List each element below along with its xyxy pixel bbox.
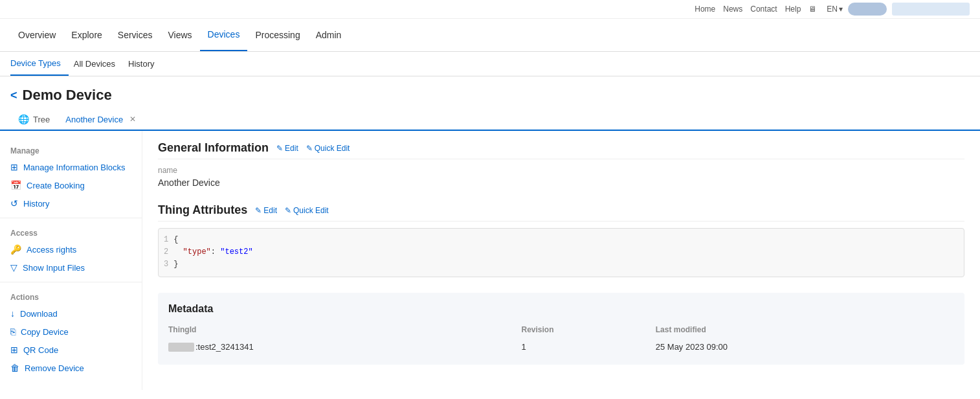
sidebar-manage-info-blocks[interactable]: ⊞ Manage Information Blocks [0,158,142,176]
metadata-title: Metadata [168,303,954,315]
thing-attributes-header: Thing Attributes ✎ Edit ✎ Quick Edit [158,203,964,222]
general-info-title: General Information [158,141,269,155]
sidebar-history-label: History [23,199,49,209]
main-content: General Information ✎ Edit ✎ Quick Edit … [142,131,980,390]
nav-overview[interactable]: Overview [10,19,63,51]
monitor-icon: 🖥 [808,5,816,14]
access-section-title: Access [0,223,142,240]
qr-icon: ⊞ [10,345,18,355]
tab-tree-label: Tree [33,115,50,124]
chevron-down-icon: ▾ [839,5,843,14]
tab-close-icon[interactable]: ✕ [129,115,136,124]
nav-devices[interactable]: Devices [200,19,248,51]
nav-views[interactable]: Views [161,19,200,51]
remove-icon: 🗑 [10,363,19,373]
sidebar-copy-device-label: Copy Device [21,327,69,337]
metadata-table: ThingId Revision Last modified :test2_32… [168,323,954,355]
sidebar-manage-info-label: Manage Information Blocks [23,163,126,172]
input-files-icon: ▽ [10,262,17,273]
general-info-header: General Information ✎ Edit ✎ Quick Edit [158,141,964,159]
contact-link[interactable]: Contact [750,5,777,14]
tab-another-device[interactable]: Another Device ✕ [58,109,144,131]
sidebar-download-label: Download [20,309,58,319]
sub-nav: Device Types All Devices History [0,52,980,76]
sidebar-show-input-files[interactable]: ▽ Show Input Files [0,258,142,277]
page-title-bar: < Demo Device [0,76,980,109]
user-avatar [848,3,887,16]
code-content: { "type": "test2" } [173,234,252,271]
revision-value: 1 [521,339,655,355]
booking-icon: 📅 [10,180,21,190]
metadata-section: Metadata ThingId Revision Last modified … [158,293,964,365]
lang-selector[interactable]: EN ▾ [827,5,843,14]
topbar-links: Home News Contact Help 🖥 [695,5,816,14]
home-link[interactable]: Home [695,5,715,14]
main-layout: Manage ⊞ Manage Information Blocks 📅 Cre… [0,131,980,390]
name-field-label: name [158,166,964,175]
manage-info-icon: ⊞ [10,162,18,172]
metadata-row: :test2_3241341 1 25 May 2023 09:00 [168,339,954,355]
copy-icon: ⎘ [10,326,16,337]
user-info [892,3,970,16]
thing-attributes-edit-link[interactable]: ✎ Edit [255,206,277,215]
tree-icon: 🌐 [18,114,29,124]
main-nav: Overview Explore Services Views Devices … [0,19,980,52]
help-link[interactable]: Help [785,5,801,14]
actions-section-title: Actions [0,288,142,304]
sidebar-remove-device-label: Remove Device [25,363,84,373]
sidebar-show-input-files-label: Show Input Files [23,263,85,273]
thingid-value: :test2_3241341 [168,339,521,355]
thing-attributes-code: 1 2 3 { "type": "test2" } [158,228,964,277]
thing-attributes-section: Thing Attributes ✎ Edit ✎ Quick Edit 1 2… [158,203,964,277]
sidebar-download[interactable]: ↓ Download [0,304,142,323]
sidebar-copy-device[interactable]: ⎘ Copy Device [0,323,142,341]
sidebar-remove-device[interactable]: 🗑 Remove Device [0,359,142,377]
access-rights-icon: 🔑 [10,244,21,255]
thing-quick-edit-icon: ✎ [285,206,291,215]
sidebar-access-rights[interactable]: 🔑 Access rights [0,240,142,258]
line-numbers: 1 2 3 [164,234,168,271]
back-button[interactable]: < [10,89,17,102]
edit-icon: ✎ [276,144,283,153]
nav-processing[interactable]: Processing [247,19,307,51]
topbar-right: EN ▾ [827,3,970,16]
manage-section-title: Manage [0,141,142,158]
thing-edit-icon: ✎ [255,206,262,215]
thingid-column-header: ThingId [168,323,521,339]
tabs-bar: 🌐 Tree Another Device ✕ [0,109,980,131]
sidebar-access-rights-label: Access rights [27,245,76,255]
sidebar-qr-code[interactable]: ⊞ QR Code [0,341,142,359]
last-modified-column-header: Last modified [656,323,954,339]
general-information-section: General Information ✎ Edit ✎ Quick Edit … [158,141,964,188]
subnav-device-types[interactable]: Device Types [10,52,69,76]
last-modified-value: 25 May 2023 09:00 [656,339,954,355]
name-field-value: Another Device [158,177,964,188]
nav-admin[interactable]: Admin [308,19,350,51]
thing-attributes-title: Thing Attributes [158,203,247,217]
news-link[interactable]: News [723,5,742,14]
download-icon: ↓ [10,308,15,319]
tab-another-device-label: Another Device [65,115,123,124]
sidebar: Manage ⊞ Manage Information Blocks 📅 Cre… [0,131,142,390]
revision-column-header: Revision [521,323,655,339]
general-info-edit-link[interactable]: ✎ Edit [276,144,298,153]
subnav-all-devices[interactable]: All Devices [74,52,123,75]
tab-tree[interactable]: 🌐 Tree [10,109,58,130]
quick-edit-icon: ✎ [306,144,313,153]
nav-services[interactable]: Services [110,19,161,51]
thing-id-blurred [168,343,194,352]
sidebar-qr-code-label: QR Code [23,345,58,355]
page-title: Demo Device [23,87,112,104]
subnav-history[interactable]: History [128,52,162,75]
sidebar-create-booking-label: Create Booking [27,181,85,190]
general-info-quick-edit-link[interactable]: ✎ Quick Edit [306,144,350,153]
top-bar: Home News Contact Help 🖥 EN ▾ [0,0,980,19]
sidebar-divider-2 [0,282,142,282]
sidebar-history[interactable]: ↺ History [0,194,142,212]
nav-explore[interactable]: Explore [63,19,109,51]
thing-attributes-quick-edit-link[interactable]: ✎ Quick Edit [285,206,329,215]
sidebar-divider-1 [0,218,142,218]
sidebar-create-booking[interactable]: 📅 Create Booking [0,176,142,194]
history-icon: ↺ [10,198,18,209]
